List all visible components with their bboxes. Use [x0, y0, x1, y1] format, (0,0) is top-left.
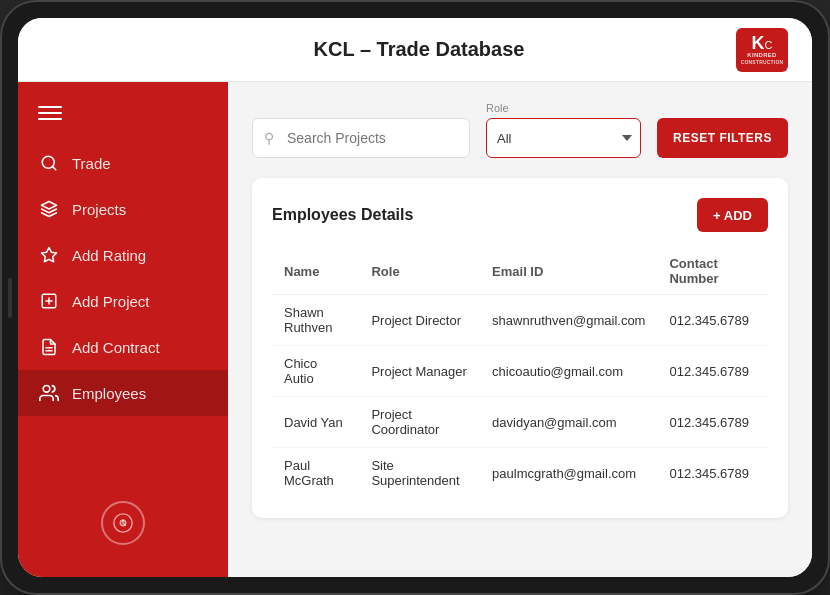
- col-role: Role: [359, 248, 480, 295]
- sidebar-item-add-project[interactable]: Add Project: [18, 278, 228, 324]
- header: KCL – Trade Database KC KINDRED CONSTRUC…: [18, 18, 812, 82]
- sidebar-item-employees[interactable]: Employees: [18, 370, 228, 416]
- svg-point-11: [120, 520, 126, 526]
- svg-marker-3: [42, 248, 57, 262]
- screen: KCL – Trade Database KC KINDRED CONSTRUC…: [18, 18, 812, 577]
- cell-contact: 012.345.6789: [657, 295, 768, 346]
- card-title: Employees Details: [272, 206, 413, 224]
- logo-text: KINDRED: [747, 52, 776, 59]
- cell-role: Project Manager: [359, 346, 480, 397]
- add-employee-button[interactable]: + ADD: [697, 198, 768, 232]
- sidebar-item-add-rating-label: Add Rating: [72, 247, 146, 264]
- sidebar-nav: Trade Projects: [18, 140, 228, 485]
- sidebar-item-projects-label: Projects: [72, 201, 126, 218]
- sidebar-item-trade-label: Trade: [72, 155, 111, 172]
- col-email: Email ID: [480, 248, 657, 295]
- plus-square-icon: [38, 290, 60, 312]
- sidebar-item-add-contract[interactable]: Add Contract: [18, 324, 228, 370]
- table-row[interactable]: Shawn RuthvenProject Directorshawnruthve…: [272, 295, 768, 346]
- hamburger-icon[interactable]: [38, 106, 208, 120]
- tablet-frame: KCL – Trade Database KC KINDRED CONSTRUC…: [0, 0, 830, 595]
- cell-role: Project Director: [359, 295, 480, 346]
- cell-name: Chico Autio: [272, 346, 359, 397]
- sidebar-item-projects[interactable]: Projects: [18, 186, 228, 232]
- search-icon: ⚲: [264, 130, 274, 146]
- cell-name: Shawn Ruthven: [272, 295, 359, 346]
- col-name: Name: [272, 248, 359, 295]
- logo-subtext: CONSTRUCTION: [741, 59, 784, 65]
- page-title: KCL – Trade Database: [102, 38, 736, 61]
- cell-role: Site Superintendent: [359, 448, 480, 499]
- cell-contact: 012.345.6789: [657, 346, 768, 397]
- table-row[interactable]: Chico AutioProject Managerchicoautio@gma…: [272, 346, 768, 397]
- role-select[interactable]: All Project Director Project Manager Pro…: [486, 118, 641, 158]
- sidebar-item-trade[interactable]: Trade: [18, 140, 228, 186]
- cell-contact: 012.345.6789: [657, 397, 768, 448]
- svg-point-9: [43, 386, 50, 393]
- toolbar: ⚲ Role All Project Director Project Mana…: [252, 102, 788, 158]
- sidebar-item-add-rating[interactable]: Add Rating: [18, 232, 228, 278]
- table-header-row: Name Role Email ID Contact Number: [272, 248, 768, 295]
- hamburger-menu[interactable]: [18, 98, 228, 140]
- sidebar-item-add-contract-label: Add Contract: [72, 339, 160, 356]
- layers-icon: [38, 198, 60, 220]
- employees-table: Name Role Email ID Contact Number Shawn …: [272, 248, 768, 498]
- role-filter-label: Role: [486, 102, 641, 114]
- reset-filters-button[interactable]: RESET FILTERS: [657, 118, 788, 158]
- card-header: Employees Details + ADD: [272, 198, 768, 232]
- sidebar-item-employees-label: Employees: [72, 385, 146, 402]
- cell-email: paulmcgrath@gmail.com: [480, 448, 657, 499]
- svg-marker-2: [42, 202, 57, 210]
- table-row[interactable]: David YanProject Coordinatordavidyan@gma…: [272, 397, 768, 448]
- sidebar-item-add-project-label: Add Project: [72, 293, 150, 310]
- cell-email: shawnruthven@gmail.com: [480, 295, 657, 346]
- employees-card: Employees Details + ADD Name Role Email …: [252, 178, 788, 518]
- file-icon: [38, 336, 60, 358]
- table-head: Name Role Email ID Contact Number: [272, 248, 768, 295]
- search-icon: [38, 152, 60, 174]
- sidebar-footer: [18, 485, 228, 561]
- cell-email: chicoautio@gmail.com: [480, 346, 657, 397]
- logo: KC KINDRED CONSTRUCTION: [736, 28, 788, 72]
- star-icon: [38, 244, 60, 266]
- logo-k: KC: [752, 34, 773, 52]
- sidebar: Trade Projects: [18, 82, 228, 577]
- people-icon: [38, 382, 60, 404]
- cell-name: David Yan: [272, 397, 359, 448]
- cell-name: Paul McGrath: [272, 448, 359, 499]
- main-content: ⚲ Role All Project Director Project Mana…: [228, 82, 812, 577]
- search-wrapper: ⚲: [252, 118, 470, 158]
- table-row[interactable]: Paul McGrathSite Superintendentpaulmcgra…: [272, 448, 768, 499]
- col-contact: Contact Number: [657, 248, 768, 295]
- app-body: Trade Projects: [18, 82, 812, 577]
- svg-line-1: [52, 166, 55, 169]
- footer-logo-icon: [101, 501, 145, 545]
- role-filter-group: Role All Project Director Project Manage…: [486, 102, 641, 158]
- cell-email: davidyan@gmail.com: [480, 397, 657, 448]
- search-input[interactable]: [252, 118, 470, 158]
- table-body: Shawn RuthvenProject Directorshawnruthve…: [272, 295, 768, 499]
- cell-role: Project Coordinator: [359, 397, 480, 448]
- cell-contact: 012.345.6789: [657, 448, 768, 499]
